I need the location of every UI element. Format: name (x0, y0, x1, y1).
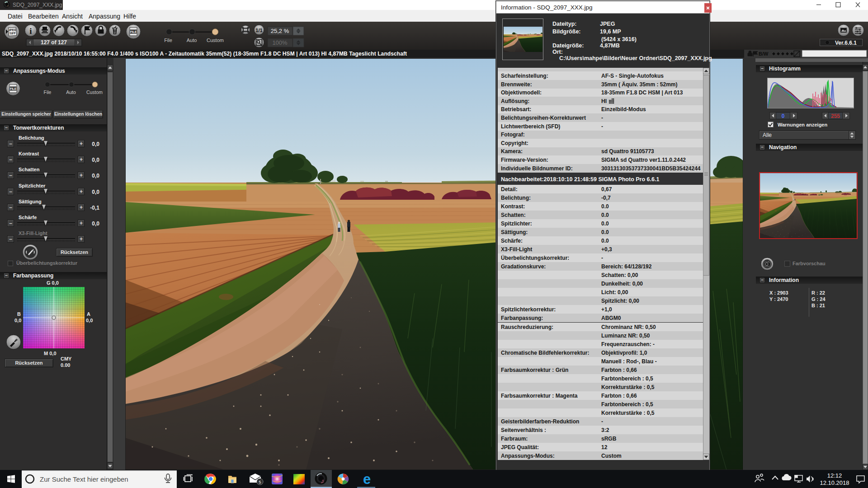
svg-text:FILE: FILE (10, 87, 17, 90)
svg-text:Auto: Auto (187, 38, 197, 43)
svg-text:5: 5 (259, 479, 261, 484)
svg-text:i: i (29, 26, 32, 36)
svg-text:12.10.2018: 12.10.2018 (820, 479, 849, 486)
svg-text:FILE: FILE (130, 30, 137, 33)
svg-text:e: e (363, 471, 371, 487)
svg-text:Custom: Custom (207, 38, 224, 43)
svg-text:127 of 127: 127 of 127 (41, 39, 67, 46)
svg-text:Auto: Auto (66, 89, 76, 95)
svg-text:12:12: 12:12 (827, 472, 842, 479)
svg-text:Custom: Custom (86, 89, 103, 95)
svg-text:TIFF: TIFF (9, 31, 16, 35)
svg-text:File: File (164, 38, 172, 43)
svg-text:Zur Suche Text hier eingeben: Zur Suche Text hier eingeben (40, 475, 128, 483)
svg-text:Ver.6.6.1: Ver.6.6.1 (835, 40, 857, 46)
svg-text:File: File (44, 89, 52, 95)
svg-text:100%: 100% (272, 39, 288, 46)
svg-text:1/1: 1/1 (255, 28, 262, 33)
svg-text:25,2 %: 25,2 % (271, 28, 289, 34)
svg-text:B/W: B/W (759, 51, 769, 56)
